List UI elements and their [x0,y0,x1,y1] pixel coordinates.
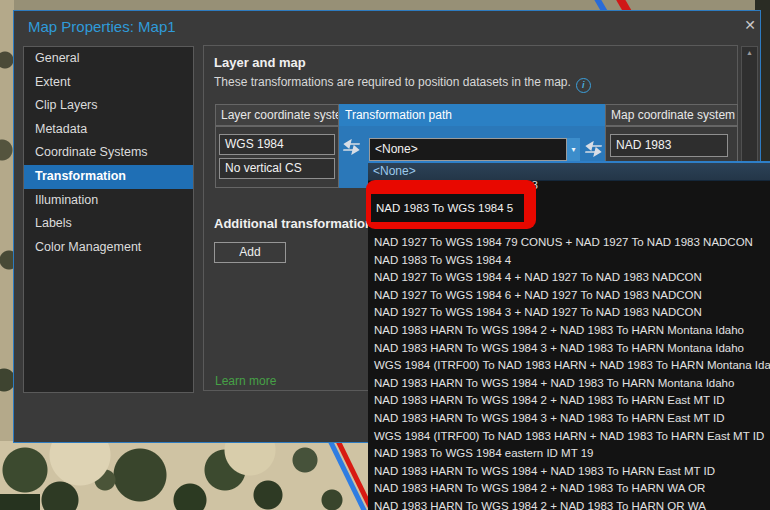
column-header-transformation-path: Transformation path [339,104,605,126]
transformation-option[interactable]: NAD 1983 HARN To WGS 1984 3 + NAD 1983 T… [368,340,770,358]
subtitle-text: These transformations are required to po… [214,75,571,89]
transformation-option[interactable]: NAD 1983 HARN To WGS 1984 2 + NAD 1983 T… [368,498,770,510]
map-dark-field [0,494,40,510]
sidebar-item-coordinate-systems[interactable]: Coordinate Systems [24,141,193,165]
sidebar-item-extent[interactable]: Extent [24,71,193,95]
transformation-path-combobox[interactable]: <None> [369,138,567,161]
transformation-option[interactable]: NAD 1927 To WGS 1984 79 CONUS + NAD 1927… [368,234,770,252]
transformation-option[interactable]: NAD 1983 HARN To WGS 1984 2 + NAD 1983 T… [368,322,770,340]
chevron-down-icon[interactable]: ▾ [567,138,580,161]
sidebar-item-metadata[interactable]: Metadata [24,118,193,142]
transformation-option[interactable]: NAD 1983 HARN To WGS 1984 3 + NAD 1983 T… [368,410,770,428]
sidebar-item-clip-layers[interactable]: Clip Layers [24,94,193,118]
sidebar-item-general[interactable]: General [24,47,193,71]
map-background-left [0,0,14,510]
sidebar-item-labels[interactable]: Labels [24,212,193,236]
transformation-option[interactable]: NAD 1983 To WGS 1984 4 [368,252,770,270]
additional-transformations-heading: Additional transformations [214,216,380,231]
transformation-option[interactable]: WGS 1984 (ITRF00) To NAD 1983 HARN + NAD… [368,428,770,446]
swap-arrows-icon [584,141,604,157]
learn-more-link[interactable]: Learn more [215,374,276,388]
scroll-up-icon[interactable]: ▲ [742,49,757,56]
annotation-highlight-box: NAD 1983 To WGS 1984 5 [366,180,536,229]
close-icon[interactable]: ✕ [740,15,760,35]
section-heading: Layer and map [214,55,306,70]
transformation-option[interactable]: WGS 1984 (ITRF00) To NAD 1983 HARN + NAD… [368,357,770,375]
transformation-option[interactable]: NAD 1927 To WGS 1984 6 + NAD 1927 To NAD… [368,287,770,305]
transformation-option[interactable]: NAD 1983 To WGS 1984 eastern ID MT 19 [368,445,770,463]
section-subtitle: These transformations are required to po… [214,75,591,93]
dialog-title: Map Properties: Map1 [28,18,176,35]
map-cs-value: NAD 1983 [610,134,728,157]
transformation-option[interactable]: NAD 1983 HARN To WGS 1984 + NAD 1983 To … [368,463,770,481]
transformation-options: NAD 1927 To WGS 1984 79 CONUS + NAD 1927… [368,234,770,510]
sidebar-item-color-management[interactable]: Color Management [24,236,193,260]
transformation-option[interactable]: NAD 1983 HARN To WGS 1984 2 + NAD 1983 T… [368,392,770,410]
sidebar-nav: GeneralExtentClip LayersMetadataCoordina… [23,46,194,393]
sidebar-item-illumination[interactable]: Illumination [24,189,193,213]
layer-vertical-cs-value: No vertical CS [219,158,335,179]
info-icon[interactable]: i [576,78,591,93]
swap-arrows-icon [342,139,362,155]
dropdown-option-none[interactable]: <None> [368,163,770,181]
transformation-option[interactable]: NAD 1983 HARN To WGS 1984 2 + NAD 1983 T… [368,480,770,498]
transformation-option[interactable]: NAD 1927 To WGS 1984 3 + NAD 1927 To NAD… [368,304,770,322]
add-button[interactable]: Add [214,242,286,263]
transformation-option[interactable]: NAD 1983 HARN To WGS 1984 + NAD 1983 To … [368,375,770,393]
column-header-layer-cs: Layer coordinate system [215,104,339,126]
highlighted-transformation-option[interactable]: NAD 1983 To WGS 1984 5 [371,194,524,222]
transformation-option[interactable]: NAD 1927 To WGS 1984 4 + NAD 1927 To NAD… [368,269,770,287]
layer-cs-value: WGS 1984 [219,134,335,155]
sidebar-item-transformation[interactable]: Transformation [24,165,193,189]
column-header-map-cs: Map coordinate system [605,104,738,126]
